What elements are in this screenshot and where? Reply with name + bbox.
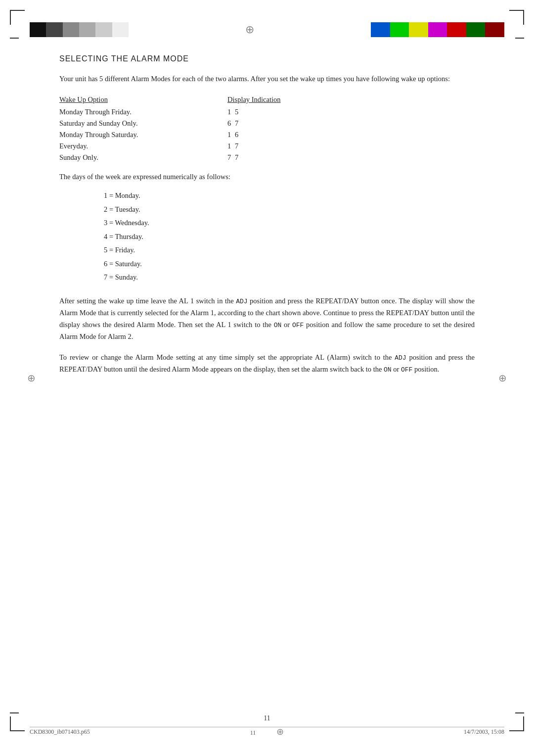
swatch-darkgreen <box>466 22 486 37</box>
footer-date: 14/7/2003, 15:08 <box>346 728 504 736</box>
day-item: 4 = Thursday. <box>104 230 475 244</box>
table-row: Saturday and Sunday Only. 6 7 <box>59 119 475 128</box>
main-content: SELECTING THE ALARM MODE Your unit has 5… <box>59 54 475 697</box>
color-swatches <box>371 22 504 37</box>
table-rows: Monday Through Friday. 1 5 Saturday and … <box>59 108 475 162</box>
col-header-option: Wake Up Option <box>59 95 227 104</box>
swatch-magenta <box>428 22 447 37</box>
row-option: Sunday Only. <box>59 153 227 162</box>
page-number: 11 <box>264 714 270 722</box>
tick-right-top <box>515 38 524 39</box>
table-row: Sunday Only. 7 7 <box>59 153 475 162</box>
color-bar: ⊕ <box>30 20 504 40</box>
swatch-silver <box>95 22 112 37</box>
footer-page-num: 11 ⊕ <box>188 726 346 737</box>
footer-bar: CKD8300_ib071403.p65 11 ⊕ 14/7/2003, 15:… <box>30 726 504 737</box>
table-row: Monday Through Saturday. 1 6 <box>59 131 475 139</box>
swatch-blue <box>371 22 390 37</box>
swatch-white <box>112 22 129 37</box>
tick-left-bottom <box>10 712 19 713</box>
day-item: 7 = Sunday. <box>104 271 475 284</box>
swatch-red <box>447 22 466 37</box>
grayscale-swatches <box>30 22 129 37</box>
wake-up-table: Wake Up Option Display Indication Monday… <box>59 95 475 162</box>
body-paragraph-2: To review or change the Alarm Mode setti… <box>59 352 475 376</box>
row-option: Monday Through Saturday. <box>59 131 227 139</box>
crosshair-right-icon: ⊕ <box>498 372 507 384</box>
day-item: 1 = Monday. <box>104 189 475 203</box>
row-display: 1 6 <box>227 131 351 139</box>
swatch-black <box>30 22 46 37</box>
intro-paragraph: Your unit has 5 different Alarm Modes fo… <box>59 73 475 85</box>
crosshair-left-icon: ⊕ <box>27 372 36 384</box>
swatch-yellow <box>409 22 428 37</box>
day-item: 3 = Wednesday. <box>104 216 475 230</box>
row-display: 1 5 <box>227 108 351 116</box>
corner-mark-top-left <box>10 10 25 25</box>
day-item: 6 = Saturday. <box>104 257 475 271</box>
body-paragraph-1: After setting the wake up time leave the… <box>59 295 475 343</box>
row-display: 1 7 <box>227 142 351 150</box>
swatch-gray <box>63 22 79 37</box>
swatch-darkred <box>485 22 504 37</box>
table-row: Monday Through Friday. 1 5 <box>59 108 475 116</box>
row-display: 7 7 <box>227 153 351 162</box>
crosshair-top-center-icon: ⊕ <box>129 23 371 36</box>
footer-crosshair-icon: ⊕ <box>276 727 284 737</box>
table-row: Everyday. 1 7 <box>59 142 475 150</box>
swatch-green <box>390 22 409 37</box>
row-option: Saturday and Sunday Only. <box>59 119 227 128</box>
swatch-lightgray <box>79 22 95 37</box>
days-list: 1 = Monday.2 = Tuesday.3 = Wednesday.4 =… <box>104 189 475 284</box>
table-header: Wake Up Option Display Indication <box>59 95 475 104</box>
footer-filename: CKD8300_ib071403.p65 <box>30 728 188 736</box>
col-header-display: Display Indication <box>227 95 351 104</box>
row-option: Monday Through Friday. <box>59 108 227 116</box>
days-intro-text: The days of the week are expressed numer… <box>59 173 475 181</box>
swatch-darkgray <box>46 22 62 37</box>
tick-left-top <box>10 38 19 39</box>
corner-mark-top-right <box>509 10 524 25</box>
day-item: 5 = Friday. <box>104 243 475 257</box>
row-display: 6 7 <box>227 119 351 128</box>
section-title: SELECTING THE ALARM MODE <box>59 54 475 63</box>
corner-mark-bottom-left <box>10 716 25 731</box>
tick-right-bottom <box>515 712 524 713</box>
day-item: 2 = Tuesday. <box>104 203 475 217</box>
row-option: Everyday. <box>59 142 227 150</box>
corner-mark-bottom-right <box>509 716 524 731</box>
